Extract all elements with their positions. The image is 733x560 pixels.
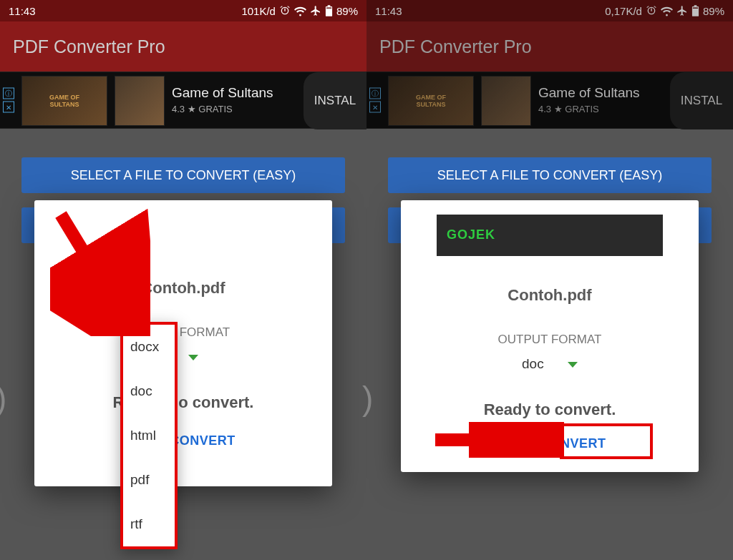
screenshot-right: 11:43 0,17K/d 89% PDF Converter Pro ⓘ ✕ … xyxy=(366,0,733,560)
format-option-doc[interactable]: doc xyxy=(123,369,175,413)
chevron-down-icon xyxy=(568,362,578,368)
status-net: 101K/d xyxy=(241,5,276,17)
svg-rect-1 xyxy=(328,5,331,6)
gojek-logo: GOJEK xyxy=(447,227,495,242)
adchoices-icon: ⓘ xyxy=(369,88,381,99)
ad-close-icon[interactable]: ✕ xyxy=(3,102,14,113)
app-title: PDF Converter Pro xyxy=(379,36,532,57)
output-format-dropdown[interactable] xyxy=(34,349,332,365)
battery-icon xyxy=(325,5,333,17)
svg-rect-2 xyxy=(326,7,331,8)
status-time: 11:43 xyxy=(9,5,36,17)
ad-image: GAME OFSULTANS xyxy=(388,76,474,126)
convert-dialog: Contoh.pdf FORMAT R eady t o convert. C … xyxy=(34,200,332,486)
airplane-icon xyxy=(310,5,321,16)
dialog-buttons: C CONVERT xyxy=(34,433,332,448)
format-dropdown-menu[interactable]: docx doc html pdf rtf xyxy=(120,322,178,549)
ad-close-icon[interactable]: ✕ xyxy=(369,102,381,113)
format-option-docx[interactable]: docx xyxy=(123,325,175,369)
convert-dialog: GOJEK Contoh.pdf OUTPUT FORMAT doc Ready… xyxy=(401,200,699,472)
alarm-icon xyxy=(646,5,657,16)
annotation-highlight-box xyxy=(560,423,653,459)
decorative-paren: ) xyxy=(0,379,6,418)
select-file-button[interactable]: SELECT A FILE TO CONVERT (EASY) xyxy=(388,157,712,193)
output-format-label: OUTPUT FORMAT xyxy=(401,333,699,347)
ad-image: GAME OFSULTANS xyxy=(21,76,107,126)
ready-text: R eady t o convert. xyxy=(34,393,332,412)
dialog-buttons: CL CONVERT xyxy=(401,436,699,451)
format-option-html[interactable]: html xyxy=(123,413,175,458)
output-format-dropdown[interactable]: doc xyxy=(401,356,699,372)
svg-rect-5 xyxy=(694,5,697,6)
decorative-paren: ) xyxy=(362,379,373,418)
ad-copy: Game of Sultans 4.3 ★ GRATIS xyxy=(172,85,273,114)
ad-title: Game of Sultans xyxy=(538,85,640,101)
adchoices-icon: ⓘ xyxy=(3,88,14,99)
chevron-down-icon xyxy=(188,355,198,360)
clear-button[interactable]: CL xyxy=(494,436,512,451)
screenshot-left: 11:43 101K/d 89% PDF Converter Pro ⓘ ✕ G… xyxy=(0,0,366,560)
ad-image-2 xyxy=(481,76,531,126)
ad-banner[interactable]: ⓘ ✕ GAME OFSULTANS Game of Sultans 4.3 ★… xyxy=(0,72,366,129)
status-battery: 89% xyxy=(703,5,724,17)
status-time: 11:43 xyxy=(375,5,402,17)
status-net: 0,17K/d xyxy=(605,5,642,17)
selected-filename: Contoh.pdf xyxy=(401,286,699,305)
output-format-label: FORMAT xyxy=(34,325,332,340)
app-bar: PDF Converter Pro xyxy=(0,21,366,72)
ad-banner[interactable]: ⓘ ✕ GAME OFSULTANS Game of Sultans 4.3 ★… xyxy=(366,72,733,129)
status-bar: 11:43 0,17K/d 89% xyxy=(366,0,733,21)
ad-copy: Game of Sultans 4.3 ★ GRATIS xyxy=(538,85,640,114)
app-bar: PDF Converter Pro xyxy=(366,21,733,72)
status-icons: 0,17K/d 89% xyxy=(605,5,724,17)
app-title: PDF Converter Pro xyxy=(13,36,165,57)
ad-image-2 xyxy=(115,76,165,126)
ready-text: Ready to convert. xyxy=(401,401,699,419)
ad-badge[interactable]: ⓘ ✕ xyxy=(3,88,14,113)
ad-badge[interactable]: ⓘ ✕ xyxy=(369,88,381,113)
ad-install-button[interactable]: INSTAL xyxy=(670,72,733,129)
format-option-rtf[interactable]: rtf xyxy=(123,502,175,546)
dropdown-value: doc xyxy=(522,356,544,371)
status-bar: 11:43 101K/d 89% xyxy=(0,0,366,21)
ad-title: Game of Sultans xyxy=(172,85,273,101)
convert-button[interactable]: CONVERT xyxy=(170,433,236,448)
select-file-button[interactable]: SELECT A FILE TO CONVERT (EASY) xyxy=(21,157,345,193)
battery-icon xyxy=(691,5,699,17)
format-option-pdf[interactable]: pdf xyxy=(123,458,175,502)
wifi-icon xyxy=(294,5,306,17)
ad-subtitle: 4.3 ★ GRATIS xyxy=(538,104,640,114)
selected-filename: Contoh.pdf xyxy=(34,279,332,298)
gojek-ad[interactable]: GOJEK xyxy=(437,215,663,256)
status-icons: 101K/d 89% xyxy=(241,5,358,17)
alarm-icon xyxy=(279,5,291,16)
ad-subtitle: 4.3 ★ GRATIS xyxy=(172,104,273,114)
ad-install-button[interactable]: INSTAL xyxy=(304,72,366,129)
svg-rect-6 xyxy=(693,7,698,8)
wifi-icon xyxy=(661,5,673,17)
airplane-icon xyxy=(676,5,688,16)
status-battery: 89% xyxy=(336,5,358,17)
